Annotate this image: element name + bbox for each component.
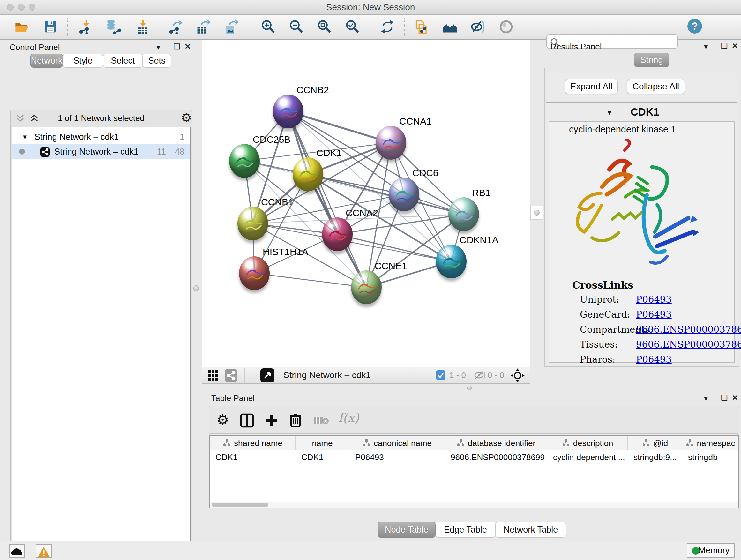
pan-crosshair-icon[interactable] bbox=[510, 368, 525, 383]
table-cell[interactable]: 9606.ENSP00000378699 bbox=[445, 450, 547, 464]
crosslink-value-link[interactable]: P06493 bbox=[636, 354, 672, 365]
table-options-gear-icon[interactable]: ⚙ bbox=[216, 412, 229, 428]
column-header-shared-name[interactable]: shared name bbox=[210, 436, 295, 450]
hide-graphics-details-icon[interactable] bbox=[470, 19, 486, 35]
collapse-all-button[interactable]: Collapse All bbox=[627, 79, 685, 94]
table-cell[interactable]: P06493 bbox=[349, 450, 445, 464]
warning-button[interactable] bbox=[36, 544, 52, 558]
cloud-button[interactable] bbox=[9, 544, 25, 558]
function-builder-icon[interactable]: f(x) bbox=[338, 411, 359, 425]
export-network-icon[interactable] bbox=[169, 19, 184, 35]
open-in-window-icon[interactable] bbox=[260, 368, 274, 382]
network-view-canvas[interactable]: CCNB2 CCNA1 CDC25B CDK1 CDC6 RB1 CCNB1 bbox=[202, 40, 530, 367]
selected-checkbox-icon[interactable] bbox=[436, 370, 446, 380]
float-panel-icon[interactable]: ▾ bbox=[704, 394, 708, 403]
crosslink-value-link[interactable]: P06493 bbox=[636, 294, 672, 305]
tab-style[interactable]: Style bbox=[63, 54, 103, 68]
expand-all-button[interactable]: Expand All bbox=[565, 79, 618, 94]
node-cdk1[interactable] bbox=[293, 158, 323, 191]
table-cell[interactable]: cyclin-dependent ... bbox=[547, 450, 628, 464]
table-cell[interactable]: stringdb bbox=[682, 450, 738, 464]
memory-button[interactable]: Memory bbox=[687, 543, 735, 558]
network-badge-icon[interactable] bbox=[225, 369, 238, 382]
tab-select[interactable]: Select bbox=[103, 54, 143, 68]
float-panel-icon[interactable]: ▾ bbox=[704, 42, 708, 51]
node-ccna2[interactable] bbox=[322, 217, 353, 251]
node-ccnb2[interactable] bbox=[273, 95, 304, 128]
tab-sets[interactable]: Sets bbox=[143, 54, 171, 68]
left-splitter-handle[interactable] bbox=[192, 281, 201, 296]
node-hist1h1a[interactable] bbox=[239, 256, 270, 290]
node-cdkn1a[interactable] bbox=[436, 245, 467, 278]
node-ccnb1[interactable] bbox=[238, 206, 268, 240]
delete-column-icon[interactable] bbox=[288, 413, 302, 428]
export-image-icon[interactable] bbox=[223, 19, 239, 35]
refresh-icon[interactable] bbox=[380, 19, 395, 35]
add-column-icon[interactable] bbox=[264, 414, 278, 428]
crosslink-label: GeneCard: bbox=[580, 309, 630, 320]
bird-eye-view-icon[interactable] bbox=[498, 19, 514, 35]
column-header--id[interactable]: @id bbox=[628, 436, 682, 450]
bottom-splitter-handle[interactable] bbox=[462, 385, 477, 391]
zoom-in-icon[interactable] bbox=[260, 19, 276, 35]
column-header-namespac[interactable]: namespac bbox=[682, 436, 738, 450]
tab-string[interactable]: String bbox=[634, 53, 669, 67]
table-cell[interactable]: CDK1 bbox=[210, 450, 295, 464]
right-splitter-handle[interactable] bbox=[530, 206, 543, 220]
maximize-panel-icon[interactable]: ❑ bbox=[721, 393, 728, 402]
show-columns-icon[interactable] bbox=[240, 414, 254, 428]
node-rb1[interactable] bbox=[448, 197, 479, 231]
column-header-name[interactable]: name bbox=[295, 436, 349, 450]
crosslink-value-link[interactable]: 9606.ENSP00000378699 bbox=[636, 324, 741, 335]
table-cell[interactable]: CDK1 bbox=[295, 450, 349, 464]
network-options-gear-icon[interactable]: ⚙ bbox=[181, 111, 192, 125]
save-session-icon[interactable] bbox=[43, 19, 58, 35]
edge-ccnb2-ccna1[interactable] bbox=[288, 111, 391, 143]
tab-network-table[interactable]: Network Table bbox=[495, 522, 566, 538]
tab-network[interactable]: Network bbox=[30, 54, 63, 68]
column-header-database-identifier[interactable]: database identifier bbox=[445, 436, 547, 450]
node-cdc25b[interactable] bbox=[229, 144, 260, 178]
column-type-icon bbox=[456, 439, 465, 447]
close-panel-icon[interactable]: ✕ bbox=[732, 393, 738, 402]
import-table-file-icon[interactable] bbox=[135, 19, 151, 35]
hidden-eye-icon bbox=[474, 371, 486, 380]
node-cdc6[interactable] bbox=[389, 178, 419, 211]
close-panel-icon[interactable]: ✕ bbox=[185, 42, 191, 51]
table-horizontal-scrollbar[interactable] bbox=[210, 502, 738, 508]
node-table: shared namenamecanonical namedatabase id… bbox=[209, 435, 739, 508]
help-icon[interactable]: ? bbox=[687, 18, 702, 34]
open-session-icon[interactable] bbox=[14, 19, 29, 35]
import-network-database-icon[interactable] bbox=[105, 19, 121, 35]
float-panel-icon[interactable]: ▾ bbox=[156, 43, 160, 52]
collection-expander-icon[interactable]: ▼ bbox=[22, 130, 28, 144]
import-network-file-icon[interactable] bbox=[78, 19, 94, 35]
edge-ccnb2-ccne1[interactable] bbox=[288, 111, 366, 287]
export-table-icon[interactable] bbox=[195, 19, 211, 35]
node-ccne1[interactable] bbox=[351, 270, 382, 304]
node-ccna1[interactable] bbox=[376, 126, 406, 160]
maximize-panel-icon[interactable]: ❑ bbox=[174, 42, 181, 51]
zoom-fit-icon[interactable] bbox=[317, 19, 332, 35]
zoom-out-icon[interactable] bbox=[288, 19, 304, 35]
network-row[interactable]: String Network – cdk1 11 48 bbox=[12, 144, 190, 159]
maximize-panel-icon[interactable]: ❑ bbox=[721, 42, 728, 51]
welcome-screen-icon[interactable] bbox=[442, 19, 458, 35]
close-panel-icon[interactable]: ✕ bbox=[732, 42, 738, 51]
scrollbar-thumb[interactable] bbox=[212, 503, 268, 507]
gene-expander-icon[interactable]: ▼ bbox=[606, 109, 613, 117]
network-collection-row[interactable]: ▼ String Network – cdk1 1 bbox=[12, 130, 190, 144]
edge-hist1h1a-ccne1[interactable] bbox=[254, 273, 366, 287]
tab-node-table[interactable]: Node Table bbox=[378, 522, 435, 538]
crosslink-value-link[interactable]: P06493 bbox=[636, 309, 672, 320]
table-cell[interactable]: stringdb:9... bbox=[628, 450, 682, 464]
column-header-description[interactable]: description bbox=[547, 436, 628, 450]
control-panel-tabs: NetworkStyleSelectSets bbox=[4, 54, 192, 68]
tab-edge-table[interactable]: Edge Table bbox=[435, 522, 495, 538]
crosslink-value-link[interactable]: 9606.ENSP00000378699 bbox=[636, 339, 741, 350]
edge-ccna2-cdkn1a[interactable] bbox=[337, 234, 451, 261]
zoom-selected-icon[interactable] bbox=[345, 19, 360, 35]
grid-view-icon[interactable] bbox=[207, 370, 219, 381]
clone-network-icon[interactable] bbox=[414, 19, 429, 35]
column-header-canonical-name[interactable]: canonical name bbox=[349, 436, 445, 450]
